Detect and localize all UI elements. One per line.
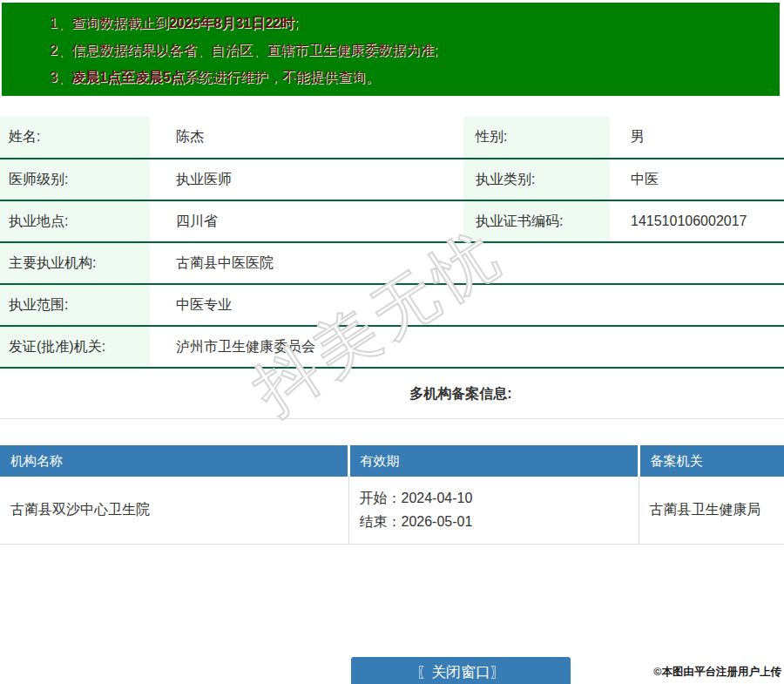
- field-label-main-institution: 主要执业机构:: [0, 242, 150, 284]
- field-label-issuing-authority: 发证(批准)机关:: [0, 326, 150, 368]
- notice-number: 1、: [50, 16, 71, 30]
- table-row: 主要执业机构: 古蔺县中医医院: [0, 242, 784, 284]
- notice-text-bold: 凌晨1点至凌晨5点: [71, 70, 185, 85]
- field-label-practice-scope: 执业范围:: [0, 284, 150, 326]
- table-row: 执业范围: 中医专业: [0, 284, 784, 326]
- notice-number: 2、: [50, 43, 71, 58]
- page: 1、查询数据截止到2025年8月31日22时; 2、信息数据结果以各省、自治区、…: [0, 3, 784, 684]
- notice-text: 系统进行维护，不能提供查询。: [185, 70, 380, 85]
- notice-text-bold: 2025年8月31日22时: [169, 16, 294, 30]
- multi-institution-section-title: 多机构备案信息:: [0, 369, 784, 419]
- field-label-certificate-number: 执业证书编码:: [463, 200, 610, 242]
- field-value-main-institution: 古蔺县中医医院: [150, 242, 784, 284]
- field-value-issuing-authority: 泸州市卫生健康委员会: [150, 326, 784, 368]
- filing-validity: 开始：2024-04-10 结束：2026-05-01: [348, 477, 639, 544]
- field-value-gender: 男: [610, 117, 784, 159]
- column-header-authority: 备案机关: [639, 445, 784, 477]
- upload-stamp: ©本图由平台注册用户上传: [653, 665, 781, 680]
- validity-start-date: 2024-04-10: [402, 491, 473, 505]
- field-label-gender: 性别:: [463, 117, 610, 159]
- field-label-name: 姓名:: [0, 117, 150, 159]
- validity-end: 结束：2026-05-01: [360, 510, 639, 533]
- notice-text: ;: [294, 16, 298, 30]
- validity-start: 开始：2024-04-10: [360, 486, 639, 510]
- field-value-doctor-level: 执业医师: [150, 159, 463, 200]
- notice-text: 查询数据截止到: [71, 16, 169, 30]
- field-label-practice-location: 执业地点:: [0, 200, 150, 242]
- filing-authority: 古蔺县卫生健康局: [639, 477, 784, 544]
- practitioner-details-table: 姓名: 陈杰 性别: 男 医师级别: 执业医师 执业类别: 中医 执业地点: 四…: [0, 117, 784, 369]
- field-value-name: 陈杰: [150, 117, 463, 159]
- field-value-certificate-number: 141510106002017: [610, 200, 784, 242]
- filing-org-name: 古蔺县双沙中心卫生院: [0, 477, 348, 544]
- notice-line-3: 3、凌晨1点至凌晨5点系统进行维护，不能提供查询。: [2, 64, 780, 91]
- table-row: 发证(批准)机关: 泸州市卫生健康委员会: [0, 326, 784, 368]
- notice-line-2: 2、信息数据结果以各省、自治区、直辖市卫生健康委数据为准;: [2, 37, 780, 64]
- filing-data-row: 古蔺县双沙中心卫生院 开始：2024-04-10 结束：2026-05-01 古…: [0, 477, 784, 544]
- filing-header-row: 机构名称 有效期 备案机关: [0, 445, 784, 477]
- field-label-practice-category: 执业类别:: [463, 159, 610, 200]
- column-header-validity: 有效期: [348, 445, 639, 477]
- table-row: 姓名: 陈杰 性别: 男: [0, 117, 784, 159]
- filing-table: 机构名称 有效期 备案机关 古蔺县双沙中心卫生院 开始：2024-04-10 结…: [0, 445, 784, 545]
- column-header-org-name: 机构名称: [0, 445, 348, 477]
- field-value-practice-scope: 中医专业: [150, 284, 784, 326]
- validity-end-date: 2026-05-01: [402, 514, 473, 529]
- field-value-practice-category: 中医: [610, 159, 784, 200]
- notice-number: 3、: [50, 70, 71, 85]
- table-row: 医师级别: 执业医师 执业类别: 中医: [0, 159, 784, 200]
- validity-end-label: 结束：: [360, 514, 402, 529]
- field-value-practice-location: 四川省: [150, 200, 463, 242]
- close-window-button[interactable]: 〖关闭窗口〗: [351, 657, 571, 684]
- notice-line-1: 1、查询数据截止到2025年8月31日22时;: [2, 10, 780, 37]
- validity-start-label: 开始：: [360, 491, 402, 505]
- table-row: 执业地点: 四川省 执业证书编码: 141510106002017: [0, 200, 784, 242]
- field-label-doctor-level: 医师级别:: [0, 159, 150, 200]
- notice-banner: 1、查询数据截止到2025年8月31日22时; 2、信息数据结果以各省、自治区、…: [2, 3, 780, 96]
- notice-text: 信息数据结果以各省、自治区、直辖市卫生健康委数据为准;: [71, 43, 437, 58]
